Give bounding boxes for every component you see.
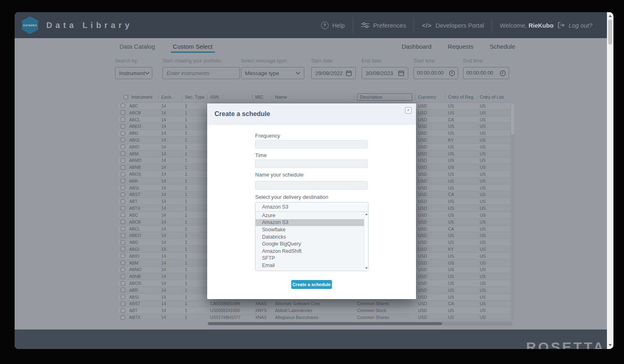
app-bar: DATAHEX Data Library ? Help Preferences … — [15, 12, 613, 38]
preferences-label: Preferences — [373, 22, 406, 29]
username: RieKubo — [529, 22, 554, 29]
delivery-option-databricks[interactable]: Databricks — [256, 233, 364, 241]
delivery-option-snowflake[interactable]: Snowflake — [256, 226, 364, 233]
delivery-destination-label: Select your delivery destination — [255, 194, 328, 200]
create-schedule-modal: Create a schedule × Frequency Time Name … — [207, 103, 416, 299]
divider — [414, 17, 414, 33]
close-icon[interactable]: × — [405, 107, 412, 114]
sliders-icon — [361, 22, 370, 28]
delivery-selected-value[interactable]: Amazon S3 — [256, 202, 368, 212]
delivery-option-google-bigquery[interactable]: Google BigQuery — [256, 240, 364, 248]
frequency-input[interactable] — [255, 140, 368, 149]
delivery-option-azure[interactable]: Azure — [256, 212, 364, 219]
delivery-option-amazon-s3[interactable]: Amazon S3 — [256, 219, 364, 226]
developers-portal-label: Developers Portal — [436, 22, 484, 29]
help-button[interactable]: ? Help — [321, 22, 345, 29]
divider — [492, 17, 492, 33]
help-icon: ? — [321, 22, 329, 29]
list-scrollbar[interactable] — [364, 212, 368, 271]
schedule-name-input[interactable] — [255, 181, 368, 190]
scroll-down-icon[interactable] — [609, 344, 612, 346]
footer: ROSETTA — [15, 330, 613, 349]
logo-text: DATAHEX — [23, 24, 37, 27]
time-label: Time — [255, 152, 266, 158]
page-title: Data Library — [46, 21, 133, 30]
delivery-option-email[interactable]: Email — [256, 262, 364, 269]
scroll-up-icon[interactable] — [609, 15, 612, 17]
scrollbar-thumb[interactable] — [608, 19, 612, 45]
logout-icon[interactable] — [557, 22, 565, 28]
create-schedule-button[interactable]: Create a schedule — [291, 280, 332, 289]
help-label: Help — [332, 22, 345, 29]
schedule-name-label: Name your schedule — [255, 172, 303, 178]
welcome-text: Welcome, RieKubo — [500, 22, 553, 29]
developers-portal-button[interactable]: </> Developers Portal — [422, 22, 484, 29]
code-icon: </> — [422, 22, 432, 29]
time-input[interactable] — [255, 159, 368, 168]
delivery-destination-listbox: Amazon S3 AzureAmazon S3SnowflakeDatabri… — [255, 202, 368, 271]
delivery-options-list: AzureAmazon S3SnowflakeDatabricksGoogle … — [256, 212, 368, 271]
preferences-button[interactable]: Preferences — [361, 22, 406, 29]
app-window: DATAHEX Data Library ? Help Preferences … — [15, 12, 613, 349]
modal-title: Create a schedule — [207, 103, 416, 125]
datahex-logo: DATAHEX — [22, 16, 38, 34]
scroll-up-icon[interactable] — [365, 213, 368, 215]
delivery-option-amazon-redshift[interactable]: Amazon RedShift — [256, 248, 364, 255]
scroll-down-icon[interactable] — [365, 267, 368, 269]
window-scrollbar[interactable] — [607, 12, 613, 349]
frequency-label: Frequency — [255, 133, 280, 139]
divider — [353, 17, 353, 33]
delivery-option-sftp[interactable]: SFTP — [256, 255, 364, 262]
rosetta-brand: ROSETTA — [526, 339, 605, 349]
logout-button[interactable]: Log out? — [569, 22, 592, 29]
